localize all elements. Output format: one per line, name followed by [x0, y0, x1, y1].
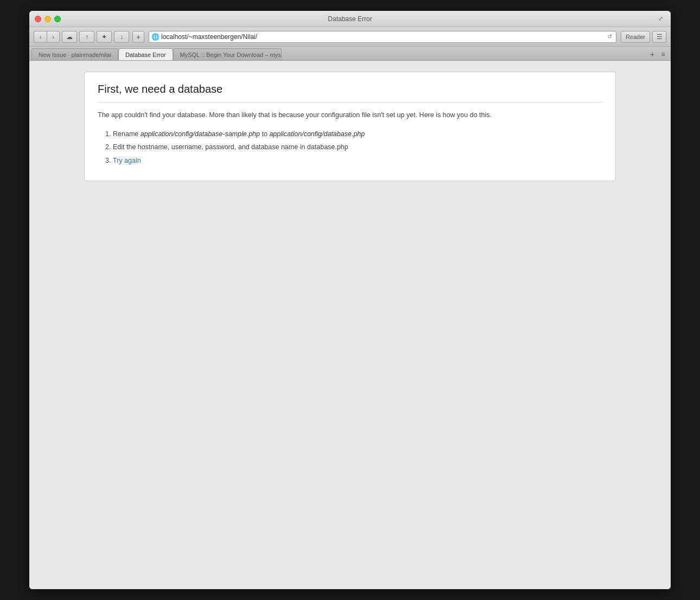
minimize-button[interactable] — [44, 16, 51, 22]
back-button[interactable]: ‹ — [34, 31, 47, 43]
cloud-button[interactable]: ☁ — [62, 31, 77, 43]
error-description: The app couldn't find your database. Mor… — [98, 110, 602, 120]
tab-database-error[interactable]: Database Error — [118, 48, 173, 60]
share-button[interactable]: ↑ — [79, 31, 94, 43]
address-text: localhost/~maxsteenbergen/Nilai/ — [161, 33, 603, 41]
browser-window: Database Error ⤢ ‹ › ☁ ↑ ✦ ↓ + — [29, 11, 671, 589]
list-item: Rename application/config/database-sampl… — [113, 128, 602, 141]
steps-list: Rename application/config/database-sampl… — [98, 128, 602, 167]
globe-icon: 🌐 — [151, 33, 159, 41]
reader-label: Reader — [626, 34, 645, 40]
page-content: First, we need a database The app couldn… — [29, 61, 671, 589]
title-bar: Database Error ⤢ — [29, 11, 671, 27]
back-icon: ‹ — [40, 34, 42, 40]
bookmark-icon: ✦ — [101, 33, 107, 41]
close-button[interactable] — [35, 16, 41, 22]
add-tab-icon: + — [650, 50, 654, 59]
window-controls-right: ⤢ — [656, 14, 665, 24]
maximize-button[interactable] — [54, 16, 61, 22]
nav-button-group: ‹ › — [34, 31, 60, 43]
tab-new-issue[interactable]: New Issue · plainmade/nilai — [31, 48, 118, 60]
toolbar: ‹ › ☁ ↑ ✦ ↓ + 🌐 localhost/~maxsteenberge… — [29, 27, 671, 47]
step-2-text: Edit the hostname, username, password, a… — [113, 143, 348, 151]
tab-list-button[interactable]: ≡ — [658, 49, 669, 59]
error-card: First, we need a database The app couldn… — [84, 72, 616, 181]
list-item: Edit the hostname, username, password, a… — [113, 141, 602, 154]
reload-button[interactable]: ↺ — [606, 33, 614, 40]
tab-bar: New Issue · plainmade/nilai Database Err… — [29, 47, 671, 61]
resize-icon[interactable]: ⤢ — [656, 14, 665, 24]
tab-label: Database Error — [125, 52, 166, 58]
tab-label: MySQL :: Begin Your Download – mysql-5.6… — [180, 52, 282, 58]
tab-list-icon: ≡ — [661, 50, 665, 58]
traffic-lights — [35, 16, 61, 22]
share-icon: ↑ — [85, 33, 88, 41]
downloads-button[interactable]: ↓ — [114, 31, 129, 43]
window-title: Database Error — [328, 15, 372, 23]
tab-label: New Issue · plainmade/nilai — [39, 52, 111, 58]
address-bar[interactable]: 🌐 localhost/~maxsteenbergen/Nilai/ ↺ — [149, 31, 616, 43]
cloud-icon: ☁ — [66, 33, 73, 41]
code-before: application/config/database-sample.php — [141, 130, 260, 138]
list-item: Try again — [113, 155, 602, 167]
downloads-icon: ↓ — [120, 33, 123, 41]
code-after: application/config/database.php — [269, 130, 365, 138]
bookmark-button[interactable]: ✦ — [97, 31, 112, 43]
sidebar-icon: ☰ — [657, 33, 663, 41]
sidebar-button[interactable]: ☰ — [652, 31, 666, 43]
reader-button[interactable]: Reader — [621, 31, 650, 43]
error-heading: First, we need a database — [98, 83, 602, 103]
forward-icon: › — [52, 34, 54, 40]
add-tab-button[interactable]: + — [647, 49, 658, 59]
plus-icon: + — [136, 33, 141, 41]
new-tab-button[interactable]: + — [132, 31, 144, 43]
tab-mysql[interactable]: MySQL :: Begin Your Download – mysql-5.6… — [173, 48, 282, 60]
try-again-link[interactable]: Try again — [113, 157, 141, 164]
forward-button[interactable]: › — [47, 31, 60, 43]
